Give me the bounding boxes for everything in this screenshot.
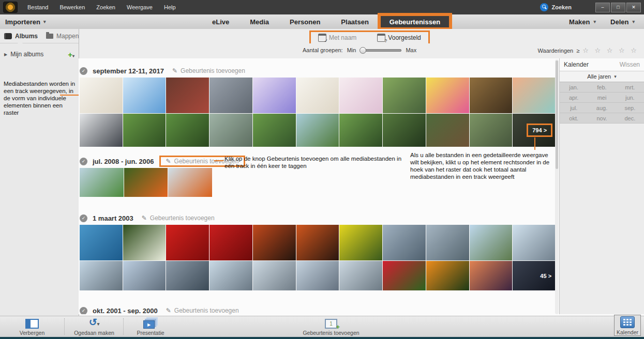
- add-event-button[interactable]: ✎ Gebeurtenis toevoegen: [139, 213, 218, 223]
- photo-flower-vases[interactable]: [80, 78, 123, 113]
- add-album-button[interactable]: +▾: [68, 50, 74, 59]
- vertical-scrollbar[interactable]: [555, 59, 559, 314]
- tab-plaatsen[interactable]: Plaatsen: [331, 14, 379, 29]
- maximize-button[interactable]: □: [611, 3, 625, 12]
- photo-orange-flower[interactable]: [124, 168, 168, 197]
- photo-rainbow-watercolor[interactable]: [426, 78, 469, 113]
- photo-eiffel-tower[interactable]: [80, 261, 123, 290]
- maken-button[interactable]: Maken ▾: [569, 18, 596, 26]
- check-circle-icon[interactable]: ✓: [80, 67, 87, 75]
- photo-eiffel-tower[interactable]: [209, 261, 252, 290]
- month-mei[interactable]: mei: [588, 93, 616, 103]
- photo-poppy-flowers[interactable]: [168, 168, 212, 197]
- sidebar-tab-albums[interactable]: Albums: [0, 29, 42, 43]
- month-sep[interactable]: sep.: [616, 103, 644, 113]
- photo-father-kneeling-bay[interactable]: [296, 114, 339, 147]
- clear-filter-button[interactable]: Wissen: [620, 61, 640, 68]
- delen-button[interactable]: Delen ▾: [610, 18, 635, 26]
- photo-pink-watercolor[interactable]: [339, 78, 382, 113]
- photo-orange-lily[interactable]: [426, 261, 469, 290]
- hide-panel-button[interactable]: Verbergen: [4, 319, 60, 336]
- import-button[interactable]: Importeren ▾: [5, 18, 46, 26]
- photo-eiffel-arch[interactable]: [166, 261, 209, 290]
- tab-media[interactable]: Media: [239, 14, 279, 29]
- photo-kids-piggyback[interactable]: [383, 114, 426, 147]
- photo-red-dahlia[interactable]: [166, 225, 209, 260]
- scrollbar-thumb[interactable]: [556, 60, 558, 169]
- menu-item-help[interactable]: Help: [158, 4, 182, 10]
- photo-door-scene[interactable]: [166, 78, 209, 113]
- menu-item-weergave[interactable]: Weergave: [121, 4, 158, 10]
- photo-eiffel-tower[interactable]: [339, 261, 382, 290]
- slideshow-button[interactable]: ▶ Presentatie: [127, 317, 174, 336]
- menu-item-bestand[interactable]: Bestand: [22, 4, 54, 10]
- photo-red-dahlia[interactable]: [209, 225, 252, 260]
- group-count-slider[interactable]: [360, 49, 401, 52]
- photo-eiffel-with-trees[interactable]: [470, 225, 513, 260]
- photo-orange-teal-watercolor[interactable]: [513, 78, 556, 113]
- photo-family-selfie-grass[interactable]: [123, 114, 166, 147]
- month-apr[interactable]: apr.: [560, 93, 588, 103]
- photo-girl-portrait[interactable]: [209, 78, 252, 113]
- photo-flower-vases[interactable]: [296, 78, 339, 113]
- close-button[interactable]: ✕: [626, 3, 641, 12]
- photo-eiffel-tower[interactable]: [296, 261, 339, 290]
- photo-eiffel-tower[interactable]: [253, 261, 296, 290]
- photo-man-smiling[interactable]: [383, 78, 426, 113]
- more-count-badge[interactable]: 45 >: [540, 273, 551, 279]
- month-aug[interactable]: aug.: [588, 103, 616, 113]
- subtab-voorgesteld[interactable]: ? Voorgesteld: [377, 34, 421, 42]
- photo-white-flower[interactable]: [123, 225, 166, 260]
- photo-mountain-sunset[interactable]: [470, 261, 513, 290]
- slider-thumb[interactable]: [360, 47, 366, 54]
- year-filter-dropdown[interactable]: Alle jaren ▾: [560, 71, 644, 82]
- photo-blue-watercolor[interactable]: [123, 78, 166, 113]
- photo-man-in-suit[interactable]: [80, 114, 123, 147]
- menu-item-zoeken[interactable]: Zoeken: [91, 4, 121, 10]
- sidebar-tab-mappen[interactable]: Mappen: [42, 29, 83, 43]
- search-button[interactable]: Zoeken: [540, 3, 572, 11]
- minimize-button[interactable]: –: [595, 3, 610, 12]
- photo-red-rose[interactable]: [383, 261, 426, 290]
- add-event-button-highlighted[interactable]: ✎ Gebeurtenis toevoegen: [159, 156, 246, 167]
- month-feb[interactable]: feb.: [588, 82, 616, 93]
- subtab-met-naam[interactable]: ✓ Met naam: [318, 34, 356, 42]
- photo-eiffel-tower[interactable]: [123, 261, 166, 290]
- tab-personen[interactable]: Personen: [279, 14, 331, 29]
- photo-mountain-biker[interactable]: [470, 78, 513, 113]
- month-jun[interactable]: jun.: [616, 93, 644, 103]
- month-jul[interactable]: jul.: [560, 103, 588, 113]
- check-circle-icon[interactable]: ✓: [80, 307, 87, 315]
- month-mrt[interactable]: mrt.: [616, 82, 644, 93]
- add-event-button[interactable]: ✎ Gebeurtenis toevoegen: [163, 306, 242, 314]
- photo-eiffel-underside[interactable]: [383, 225, 426, 260]
- check-circle-icon[interactable]: ✓: [80, 214, 87, 222]
- calendar-toggle-button[interactable]: Kalender: [614, 315, 641, 336]
- photo-family-on-lawn[interactable]: [253, 114, 296, 147]
- add-event-taskbar-button[interactable]: 1 Gebeurtenis toevoegen: [297, 319, 365, 336]
- undo-button[interactable]: ↺▾ Ogedaan maken: [68, 318, 120, 336]
- photo-stack-more[interactable]: 794 >: [513, 114, 556, 147]
- photo-purple-watercolor[interactable]: [253, 78, 296, 113]
- tab-gebeurtenissen[interactable]: Gebeurtenissen: [379, 14, 451, 29]
- star-rating[interactable]: ☆ ☆ ☆ ☆ ☆: [582, 47, 639, 54]
- month-okt[interactable]: okt.: [560, 113, 588, 124]
- photo-eiffel-sky[interactable]: [513, 225, 556, 260]
- month-dec[interactable]: dec.: [616, 113, 644, 124]
- month-jan[interactable]: jan.: [560, 82, 588, 93]
- photo-family-lying-grass[interactable]: [166, 114, 209, 147]
- photo-boy-green-shirt[interactable]: [80, 168, 124, 197]
- photo-man-playing-ball[interactable]: [339, 114, 382, 147]
- more-count-badge[interactable]: 794 >: [527, 124, 552, 137]
- photo-sunset[interactable]: [253, 225, 296, 260]
- menu-item-bewerken[interactable]: Bewerken: [54, 4, 91, 10]
- photo-eiffel-underside[interactable]: [426, 225, 469, 260]
- my-albums-row[interactable]: ▶ Mijn albums +▾: [0, 48, 79, 61]
- check-circle-icon[interactable]: ✓: [80, 158, 87, 165]
- month-nov[interactable]: nov.: [588, 113, 616, 124]
- photo-road-with-sign[interactable]: [209, 114, 252, 147]
- photo-wakeboarder[interactable]: [80, 225, 123, 260]
- photo-family-picnic-table[interactable]: [426, 114, 469, 147]
- photo-sunset[interactable]: [296, 225, 339, 260]
- add-event-button[interactable]: ✎ Gebeurtenis toevoegen: [169, 66, 248, 75]
